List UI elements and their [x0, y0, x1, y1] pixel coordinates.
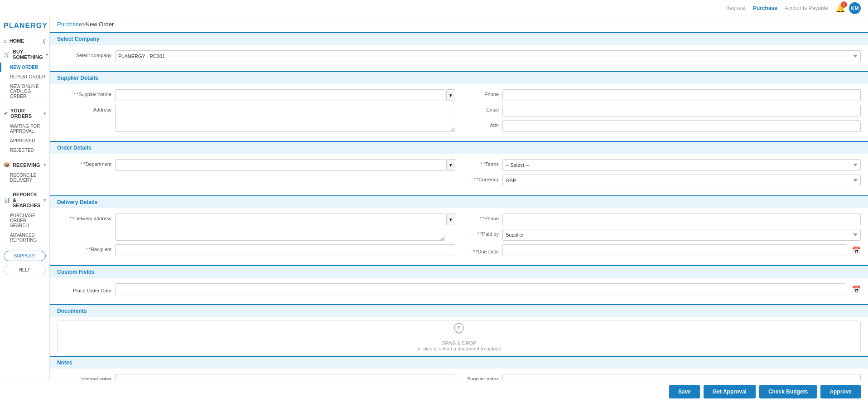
sidebar-receiving-label: RECEIVING: [13, 162, 40, 168]
attn-row: Attn: [463, 120, 861, 132]
due-date-calendar-icon[interactable]: 📅: [852, 246, 861, 255]
internal-notes-textarea[interactable]: [115, 374, 455, 380]
nav-request[interactable]: Request: [725, 5, 746, 11]
receiving-icon: 📦: [4, 162, 10, 168]
sidebar-buy-label: BUY SOMETHING: [13, 49, 43, 60]
breadcrumb-parent[interactable]: Purchase: [57, 21, 82, 28]
currency-select[interactable]: GBP: [502, 175, 861, 186]
address-label: Address: [57, 105, 111, 112]
nav-accounts-payable[interactable]: Accounts Payable: [785, 5, 828, 11]
custom-fields-section: Place Order Date 📅: [50, 278, 868, 304]
home-collapse-icon: ❮: [42, 39, 46, 44]
paid-by-select[interactable]: Supplier: [502, 229, 861, 241]
breadcrumb-separator: >: [82, 21, 86, 28]
documents-header: Documents: [50, 304, 868, 317]
email-label: Email: [463, 105, 499, 112]
department-input-group: ▾: [115, 159, 455, 171]
supplier-name-input[interactable]: [115, 89, 445, 101]
sidebar-reports-label: REPORTS & SEARCHES: [13, 192, 41, 208]
notes-section: Internal notes Supplier notes: [50, 369, 868, 380]
supplier-name-dropdown-btn[interactable]: ▾: [446, 89, 455, 101]
cart-icon: 🛒: [4, 52, 10, 58]
department-label: *Department: [57, 159, 111, 167]
supplier-name-input-group: ▾: [115, 89, 455, 101]
sidebar-item-your-orders[interactable]: ✓ YOUR ORDERS ▾: [0, 105, 49, 121]
sidebar-item-reconcile-delivery[interactable]: RECONCILE DELIVERY: [0, 170, 49, 185]
support-button[interactable]: SUPPORT: [4, 251, 46, 261]
documents-drop-zone[interactable]: DRAG & DROP or click to select a documen…: [57, 320, 861, 352]
supplier-notes-textarea[interactable]: [502, 374, 861, 380]
attn-label: Attn: [463, 120, 499, 128]
terms-select[interactable]: -- Select --: [502, 159, 861, 171]
terms-label: *Terms: [463, 159, 499, 167]
delivery-address-dropdown-btn[interactable]: ▾: [446, 214, 455, 225]
delivery-address-label: *Delivery address: [57, 214, 111, 221]
sidebar-item-home[interactable]: ⌂ HOME ❮: [0, 35, 49, 46]
sidebar-item-receiving[interactable]: 📦 RECEIVING ▾: [0, 159, 49, 170]
notes-right-col: Supplier notes: [463, 374, 861, 380]
notes-left-col: Internal notes: [57, 374, 455, 380]
phone-row: Phone: [463, 89, 861, 101]
notes-two-col: Internal notes Supplier notes: [57, 374, 861, 380]
attn-input[interactable]: [502, 120, 861, 132]
sidebar-item-approved[interactable]: APPROVED: [0, 136, 49, 146]
save-button[interactable]: Save: [669, 385, 700, 398]
breadcrumb: Purchase > New Order: [50, 16, 868, 32]
sidebar-item-po-search[interactable]: PURCHASE ORDER SEARCH: [0, 211, 49, 230]
supplier-right-col: Phone Email Attn: [463, 89, 861, 136]
delivery-phone-input[interactable]: [502, 214, 861, 225]
paid-by-label: *Paid by: [463, 229, 499, 237]
company-select[interactable]: PLANERGY - PC001: [115, 50, 861, 62]
logo-text: PLANERGY: [4, 22, 48, 30]
notification-bell[interactable]: 🔔 1: [835, 3, 845, 13]
order-two-col: *Department ▾ *Terms -- Select --: [57, 159, 861, 190]
department-input[interactable]: [115, 159, 445, 171]
nav-purchase[interactable]: Purchase: [753, 5, 777, 11]
recipient-row: *Recipient: [57, 244, 455, 256]
due-date-input[interactable]: [502, 244, 846, 256]
sidebar-item-new-order[interactable]: NEW ORDER: [0, 63, 49, 72]
footer-bar: Save Get Approval Check Budgets Approve: [0, 380, 868, 403]
delivery-phone-row: *Phone: [463, 214, 861, 225]
content-area: Purchase > New Order Select Company Sele…: [50, 16, 868, 380]
upload-icon: [452, 321, 466, 339]
place-order-date-input[interactable]: [115, 283, 846, 295]
sidebar-item-reports[interactable]: 📊 REPORTS & SEARCHES ▾: [0, 189, 49, 211]
sidebar-item-repeat-order[interactable]: REPEAT ORDER: [0, 72, 49, 82]
sidebar-item-rejected[interactable]: REJECTED: [0, 146, 49, 155]
sidebar-item-advanced-reporting[interactable]: ADVANCED REPORTING: [0, 230, 49, 245]
avatar[interactable]: KM: [849, 2, 861, 14]
supplier-notes-row: Supplier notes: [463, 374, 861, 380]
recipient-input[interactable]: [115, 244, 455, 256]
terms-row: *Terms -- Select --: [463, 159, 861, 171]
email-input[interactable]: [502, 105, 861, 117]
order-details-header: Order Details: [50, 141, 868, 154]
supplier-left-col: *Supplier Name ▾ Address: [57, 89, 455, 136]
place-order-date-row: Place Order Date 📅: [57, 283, 861, 295]
due-date-row: *Due Date 📅: [463, 244, 861, 256]
place-order-date-calendar-icon[interactable]: 📅: [852, 285, 861, 294]
select-company-section: Select company PLANERGY - PC001: [50, 45, 868, 71]
company-row: Select company PLANERGY - PC001: [57, 50, 861, 62]
delivery-address-textarea[interactable]: [115, 214, 445, 241]
orders-chevron-icon: ▾: [43, 111, 46, 116]
sidebar-item-waiting-approval[interactable]: WAITING FOR APPROVAL: [0, 121, 49, 136]
recipient-label: *Recipient: [57, 244, 111, 252]
sidebar-item-buy-something[interactable]: 🛒 BUY SOMETHING ▾: [0, 46, 49, 63]
check-budgets-button[interactable]: Check Budgets: [759, 385, 817, 398]
drag-drop-text: DRAG & DROP: [441, 340, 476, 346]
department-dropdown-btn[interactable]: ▾: [446, 159, 455, 171]
address-textarea[interactable]: [115, 105, 455, 132]
sidebar: PLANERGY ™ Spend Management ⌂ HOME ❮ 🛒 B…: [0, 16, 50, 380]
supplier-name-label: *Supplier Name: [57, 89, 111, 97]
approve-button[interactable]: Approve: [820, 385, 861, 398]
sidebar-home-label: HOME: [10, 38, 24, 44]
phone-input[interactable]: [502, 89, 861, 101]
paid-by-row: *Paid by Supplier: [463, 229, 861, 241]
delivery-right-col: *Phone *Paid by Supplier *Due Date 📅: [463, 214, 861, 260]
help-button[interactable]: HELP: [4, 265, 46, 275]
supplier-name-row: *Supplier Name ▾: [57, 89, 455, 101]
sidebar-item-new-online-catalog-order[interactable]: NEW ONLINE CATALOG ORDER: [0, 82, 49, 101]
get-approval-button[interactable]: Get Approval: [704, 385, 756, 398]
supplier-details-header: Supplier Details: [50, 71, 868, 84]
